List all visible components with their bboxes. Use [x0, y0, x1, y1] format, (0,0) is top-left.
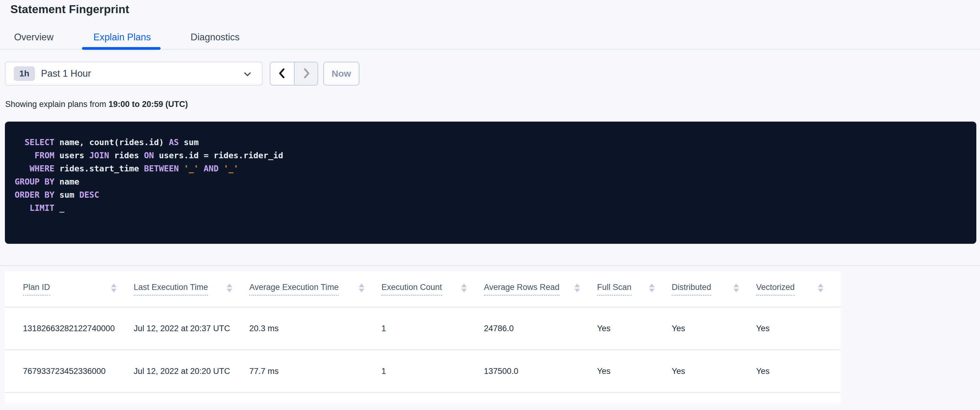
page-title: Statement Fingerprint [10, 3, 129, 16]
sort-icon[interactable] [649, 283, 655, 292]
sql-line: ORDER BY sum DESC [15, 188, 967, 201]
cell-average-execution-time: 77.7 ms [249, 350, 382, 393]
column-header-execution-count[interactable]: Execution Count [382, 271, 484, 307]
cell-distributed: Yes [672, 350, 756, 393]
showing-plans-summary: Showing explain plans from 19:00 to 20:5… [5, 100, 188, 109]
sort-icon[interactable] [574, 283, 580, 292]
sort-icon[interactable] [111, 283, 116, 292]
sql-line: GROUP BY name [15, 175, 967, 188]
explain-plans-table: Plan ID Last Execution Time Average Exec… [5, 271, 840, 393]
cell-execution-count: 1 [382, 350, 484, 393]
cell-plan-id: 767933723452336000 [5, 350, 134, 393]
sql-line: SELECT name, count(rides.id) AS sum [15, 136, 967, 149]
cell-full-scan: Yes [597, 350, 672, 393]
time-range-dropdown[interactable]: 1h Past 1 Hour [5, 62, 262, 85]
next-time-button[interactable] [294, 62, 318, 85]
summary-time-range: 19:00 to 20:59 (UTC) [108, 100, 188, 109]
cell-vectorized: Yes [756, 307, 840, 350]
time-range-badge: 1h [14, 66, 35, 81]
cell-full-scan: Yes [597, 307, 672, 350]
sql-line: FROM users JOIN rides ON users.id = ride… [15, 149, 967, 162]
column-header-plan-id[interactable]: Plan ID [5, 271, 134, 307]
section-divider [0, 265, 980, 266]
tab-overview[interactable]: Overview [14, 27, 54, 49]
table-row: 767933723452336000 Jul 12, 2022 at 20:20… [5, 350, 840, 393]
chevron-down-icon [243, 70, 252, 80]
cell-execution-count: 1 [382, 307, 484, 350]
cell-average-rows-read: 137500.0 [484, 350, 597, 393]
sort-icon[interactable] [818, 283, 823, 292]
table-row: 13182663282122740000 Jul 12, 2022 at 20:… [5, 307, 840, 350]
now-button[interactable]: Now [323, 62, 360, 85]
summary-prefix: Showing explain plans from [5, 100, 108, 109]
column-header-last-execution-time[interactable]: Last Execution Time [134, 271, 249, 307]
cell-last-execution-time: Jul 12, 2022 at 20:37 UTC [134, 307, 249, 350]
table-header-row: Plan ID Last Execution Time Average Exec… [5, 271, 840, 307]
column-header-full-scan[interactable]: Full Scan [597, 271, 672, 307]
chevron-left-icon [276, 67, 288, 80]
column-header-distributed[interactable]: Distributed [672, 271, 756, 307]
cell-plan-id: 13182663282122740000 [5, 307, 134, 350]
tab-diagnostics[interactable]: Diagnostics [191, 27, 240, 49]
sql-line: WHERE rides.start_time BETWEEN '_' AND '… [15, 162, 967, 175]
sort-icon[interactable] [733, 283, 739, 292]
chevron-right-icon [300, 67, 312, 80]
column-header-average-rows-read[interactable]: Average Rows Read [484, 271, 597, 307]
explain-plans-table-card: Plan ID Last Execution Time Average Exec… [5, 271, 840, 404]
cell-average-execution-time: 20.3 ms [249, 307, 382, 350]
tab-bar: Overview Explain Plans Diagnostics [0, 27, 980, 49]
sort-icon[interactable] [461, 283, 467, 292]
column-header-vectorized[interactable]: Vectorized [756, 271, 840, 307]
cell-average-rows-read: 24786.0 [484, 307, 597, 350]
time-step-button-group [270, 62, 318, 85]
column-header-average-execution-time[interactable]: Average Execution Time [249, 271, 382, 307]
time-controls: 1h Past 1 Hour Now [5, 62, 360, 85]
sql-statement-box: SELECT name, count(rides.id) AS sum FROM… [5, 122, 976, 244]
cell-last-execution-time: Jul 12, 2022 at 20:20 UTC [134, 350, 249, 393]
cell-vectorized: Yes [756, 350, 840, 393]
tab-explain-plans[interactable]: Explain Plans [93, 27, 151, 49]
cell-distributed: Yes [672, 307, 756, 350]
previous-time-button[interactable] [270, 62, 294, 85]
time-range-label: Past 1 Hour [41, 68, 91, 79]
sort-icon[interactable] [227, 283, 232, 292]
sql-line: LIMIT _ [15, 201, 967, 214]
sort-icon[interactable] [359, 283, 364, 292]
